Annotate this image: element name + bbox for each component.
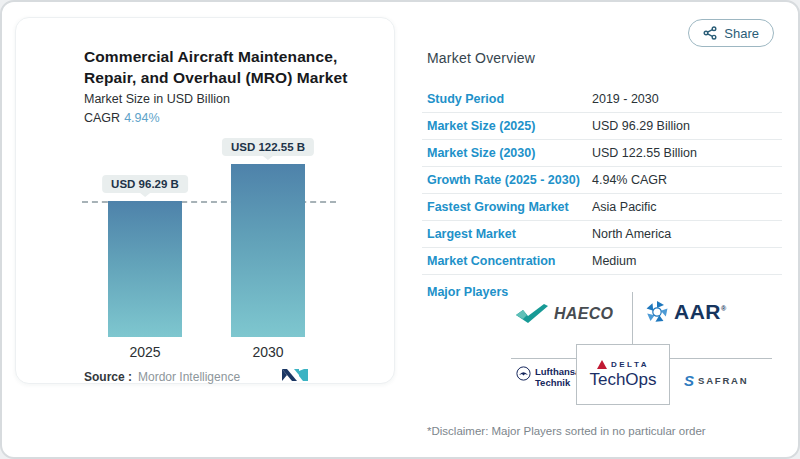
chart-title-line2: Repair, and Overhaul (MRO) Market bbox=[84, 67, 347, 88]
haeco-logo: HAECO bbox=[514, 302, 613, 326]
bar-value-label-2030: USD 122.55 B bbox=[222, 138, 314, 156]
table-row: Growth Rate (2025 - 2030) 4.94% CAGR bbox=[422, 167, 782, 194]
row-value: USD 122.55 Billion bbox=[592, 146, 697, 160]
chart-title: Commercial Aircraft Maintenance, Repair,… bbox=[84, 46, 347, 88]
techops-wordmark: TechOps bbox=[589, 370, 656, 390]
aar-wordmark-text: AAR bbox=[674, 300, 721, 323]
row-label: Market Size (2030) bbox=[422, 146, 592, 160]
chart-subtitle: Market Size in USD Billion bbox=[84, 92, 230, 106]
logo-divider-vertical bbox=[632, 292, 633, 345]
table-row: Largest Market North America bbox=[422, 221, 782, 248]
major-players-label: Major Players bbox=[427, 285, 508, 299]
haeco-swoosh-icon bbox=[514, 302, 550, 326]
aar-registered-mark: ® bbox=[721, 305, 727, 312]
mordor-intelligence-logo-icon bbox=[281, 366, 309, 384]
overview-title: Market Overview bbox=[427, 50, 535, 66]
x-axis-label-2030: 2030 bbox=[231, 344, 305, 360]
row-value: 2019 - 2030 bbox=[592, 92, 659, 106]
safran-s-icon: S bbox=[684, 372, 694, 389]
lufthansa-wordmark: Lufthansa Technik bbox=[535, 366, 580, 388]
row-value: Asia Pacific bbox=[592, 200, 657, 214]
cagr-row: CAGR4.94% bbox=[84, 111, 160, 125]
table-row: Fastest Growing Market Asia Pacific bbox=[422, 194, 782, 221]
safran-logo: S SAFRAN bbox=[684, 372, 748, 389]
x-axis-label-2025: 2025 bbox=[108, 344, 182, 360]
bar-2025 bbox=[108, 201, 182, 337]
row-value: Medium bbox=[592, 254, 636, 268]
logo-divider-right bbox=[670, 358, 772, 359]
bar-value-text-2030: USD 122.55 B bbox=[231, 141, 305, 153]
logo-divider-left bbox=[511, 358, 576, 359]
source-value: Mordor Intelligence bbox=[138, 370, 240, 384]
source-row: Source :Mordor Intelligence bbox=[84, 370, 240, 384]
row-label: Market Size (2025) bbox=[422, 119, 592, 133]
source-label: Source : bbox=[84, 370, 132, 384]
lufthansa-crane-icon bbox=[516, 366, 531, 381]
delta-wordmark: DELTA bbox=[611, 360, 649, 369]
aar-logo: AAR® bbox=[645, 300, 727, 324]
table-row: Market Size (2030) USD 122.55 Billion bbox=[422, 140, 782, 167]
safran-wordmark: SAFRAN bbox=[698, 375, 748, 386]
delta-triangle-icon bbox=[597, 360, 607, 369]
aar-aperture-icon bbox=[645, 300, 669, 324]
cagr-value: 4.94% bbox=[124, 111, 159, 125]
delta-top-row: DELTA bbox=[597, 360, 649, 369]
table-row: Study Period 2019 - 2030 bbox=[422, 86, 782, 113]
disclaimer-text: *Disclaimer: Major Players sorted in no … bbox=[427, 425, 706, 437]
row-label: Largest Market bbox=[422, 227, 592, 241]
share-button[interactable]: Share bbox=[688, 19, 774, 47]
table-row: Market Size (2025) USD 96.29 Billion bbox=[422, 113, 782, 140]
aar-wordmark: AAR® bbox=[674, 300, 727, 324]
row-label: Growth Rate (2025 - 2030) bbox=[422, 173, 592, 187]
table-row: Market Concentration Medium bbox=[422, 248, 782, 275]
lufthansa-line2: Technik bbox=[535, 377, 570, 388]
row-label: Study Period bbox=[422, 92, 592, 106]
lufthansa-line1: Lufthansa bbox=[535, 366, 580, 377]
row-value: 4.94% CAGR bbox=[592, 173, 667, 187]
row-label: Fastest Growing Market bbox=[422, 200, 592, 214]
market-size-chart-card: Commercial Aircraft Maintenance, Repair,… bbox=[15, 17, 395, 384]
share-icon bbox=[703, 26, 717, 40]
row-label: Market Concentration bbox=[422, 254, 592, 268]
overview-table: Study Period 2019 - 2030 Market Size (20… bbox=[422, 86, 782, 275]
bar-2030 bbox=[231, 164, 305, 337]
chart-title-line1: Commercial Aircraft Maintenance, bbox=[84, 46, 347, 67]
row-value: USD 96.29 Billion bbox=[592, 119, 690, 133]
haeco-wordmark: HAECO bbox=[554, 305, 613, 323]
cagr-label: CAGR bbox=[84, 111, 120, 125]
delta-techops-logo: DELTA TechOps bbox=[576, 344, 670, 405]
infographic-frame: Commercial Aircraft Maintenance, Repair,… bbox=[0, 0, 800, 459]
bar-value-label-2025: USD 96.29 B bbox=[102, 175, 188, 193]
share-label: Share bbox=[724, 26, 759, 41]
bar-value-text-2025: USD 96.29 B bbox=[111, 178, 179, 190]
lufthansa-technik-logo: Lufthansa Technik bbox=[516, 366, 580, 388]
row-value: North America bbox=[592, 227, 671, 241]
